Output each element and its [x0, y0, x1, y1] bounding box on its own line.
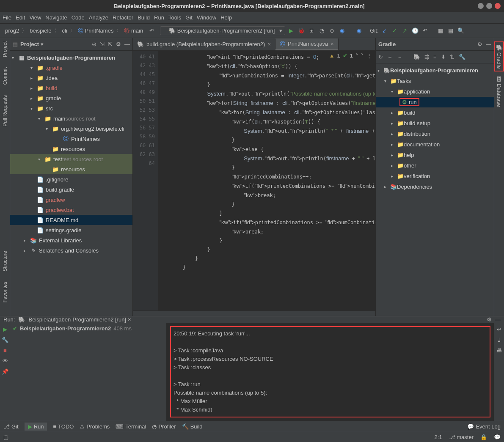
- down-icon[interactable]: ˅: [361, 52, 364, 59]
- menu-help[interactable]: Help: [220, 14, 232, 21]
- gradle-Dependencies[interactable]: ▸📚 Dependencies: [376, 181, 494, 192]
- gradle-documentation[interactable]: ▸📁 documentation: [376, 139, 494, 150]
- run-tree[interactable]: ✔ Beispielaufgaben-Programmieren2 408 ms: [10, 323, 167, 421]
- run-output[interactable]: 20:50:19: Executing task 'run'... > Task…: [167, 323, 494, 421]
- tree-item--gradle[interactable]: ▾📁.gradle: [10, 63, 132, 73]
- hide-icon[interactable]: —: [124, 41, 130, 47]
- gradle-add-icon[interactable]: ＋: [387, 53, 393, 61]
- crumb-main[interactable]: ⓜ main: [121, 27, 146, 35]
- search-everywhere-icon[interactable]: 🔍: [457, 27, 465, 35]
- menu-navigate[interactable]: Navigate: [45, 14, 67, 21]
- menu-code[interactable]: Code: [72, 14, 85, 21]
- gradle-settings-icon[interactable]: ⚙: [477, 41, 482, 47]
- tree-item-resources[interactable]: 📁resources: [10, 164, 132, 174]
- git-commit-icon[interactable]: ✓: [391, 27, 399, 35]
- profile-icon[interactable]: ◔: [317, 27, 326, 35]
- gradle-application[interactable]: ▾📁 application: [376, 86, 494, 97]
- gradle-hide-icon[interactable]: —: [486, 41, 491, 47]
- minimize-button[interactable]: [478, 3, 484, 9]
- run-config-dropdown[interactable]: 🐘 Beispielaufgaben-Programmieren2 [run]: [160, 26, 285, 35]
- tree-item-gradlew-bat[interactable]: 📄gradlew.bat: [10, 205, 132, 215]
- tab-run[interactable]: ▶Run: [25, 423, 47, 431]
- tree-item--gitignore[interactable]: 📄.gitignore: [10, 174, 132, 184]
- crumb-beispiele[interactable]: beispiele: [27, 27, 54, 35]
- event-log[interactable]: 💬Event Log: [467, 423, 501, 430]
- tree-item-build-gradle[interactable]: 📄build.gradle: [10, 184, 132, 195]
- menu-file[interactable]: File: [3, 14, 11, 21]
- more-icon[interactable]: ⋮: [366, 52, 372, 59]
- tab-database[interactable]: 🗄 Database: [495, 75, 503, 109]
- gradle--b-Beispielaufgaben-Programmieren-b-[interactable]: ▾🐘 Beispielaufgaben-Programmieren: [376, 65, 494, 76]
- tree-item-test[interactable]: ▾📁test test sources root: [10, 154, 132, 164]
- menu-edit[interactable]: Edit: [16, 14, 25, 21]
- filter-icon[interactable]: 👁: [3, 358, 8, 364]
- menu-view[interactable]: View: [29, 14, 41, 21]
- menu-git[interactable]: Git: [185, 14, 193, 21]
- tree-item-README-md[interactable]: 📄README.md: [10, 215, 132, 225]
- gradle-task-run[interactable]: ⚙ run: [376, 97, 494, 107]
- project-tree[interactable]: ▾▦Beispielaufgaben-Programmieren▾📁.gradl…: [10, 51, 132, 316]
- gradle-distribution[interactable]: ▸📁 distribution: [376, 129, 494, 139]
- tree-item-resources[interactable]: 📁resources: [10, 144, 132, 154]
- status-icon[interactable]: ▢: [3, 434, 8, 440]
- gradle-build-setup[interactable]: ▸📁 build setup: [376, 118, 494, 129]
- run-hide-icon[interactable]: —: [495, 316, 501, 323]
- tab-gradle[interactable]: 🐘 Gradle: [494, 41, 504, 71]
- run-icon[interactable]: ▶: [287, 27, 295, 35]
- menu-refactor[interactable]: Refactor: [113, 14, 133, 21]
- menu-build[interactable]: Build: [138, 14, 150, 21]
- tree-item-main[interactable]: ▾📁main sources root: [10, 113, 132, 124]
- menu-tools[interactable]: Tools: [168, 14, 181, 21]
- debug-icon[interactable]: 🐞: [297, 27, 306, 35]
- locate-icon[interactable]: ⊕: [92, 41, 96, 47]
- toolbox-icon[interactable]: ▦: [436, 27, 445, 35]
- tree-item-src[interactable]: ▾📁src: [10, 103, 132, 113]
- tab-profiler[interactable]: ◔Profiler: [152, 423, 176, 430]
- tab-problems[interactable]: ⚠Problems: [80, 423, 110, 430]
- codewithme-icon[interactable]: ◉: [355, 27, 363, 35]
- close-button[interactable]: [495, 3, 501, 9]
- nav-back-icon[interactable]: ↶: [147, 27, 156, 35]
- tree-item-Scratches-and-Consoles[interactable]: ▸✎Scratches and Consoles: [10, 245, 132, 255]
- git-push-icon[interactable]: ↗: [401, 27, 409, 35]
- tab-git[interactable]: ⎇Git: [3, 423, 19, 430]
- caret-position[interactable]: 2:1: [435, 434, 442, 440]
- attach-icon[interactable]: ⊙: [328, 27, 336, 35]
- tree-item-gradlew[interactable]: 📄gradlew: [10, 195, 132, 205]
- code-editor[interactable]: "kw">int "fld">printedCombinations = 0; …: [158, 51, 375, 310]
- menu-analyze[interactable]: Analyze: [89, 14, 108, 21]
- run-wrench-icon[interactable]: 🔧: [2, 337, 8, 343]
- crumb-PrintNames[interactable]: ⓒ PrintNames: [75, 27, 116, 35]
- editor-tab[interactable]: Ⓒ PrintNames.java ×: [275, 38, 339, 50]
- gradle-Tasks[interactable]: ▾📁 Tasks: [376, 76, 494, 86]
- settings-icon[interactable]: ⚙: [116, 41, 121, 47]
- editor-tab[interactable]: 🐘 build.gradle (Beispielaufgaben-Program…: [133, 39, 275, 49]
- tab-favorites[interactable]: Favorites: [2, 282, 8, 302]
- maximize-button[interactable]: [486, 3, 492, 9]
- gradle-deps-icon[interactable]: ⬇: [441, 54, 446, 60]
- gradle-remove-icon[interactable]: －: [397, 53, 402, 61]
- gradle-help[interactable]: ▸📁 help: [376, 150, 494, 160]
- gradle-tasks-icon[interactable]: ≡: [433, 54, 437, 60]
- tree-item-PrintNames[interactable]: ⒸPrintNames: [10, 134, 132, 144]
- gradle-tasklist-icon[interactable]: ⇶: [424, 54, 429, 60]
- tab-todo[interactable]: ≡TODO: [53, 423, 74, 430]
- tree-item-org-htw-prog2-beispiele-cli[interactable]: ▾📁org.htw.prog2.beispiele.cli: [10, 124, 132, 134]
- rerun-icon[interactable]: ▶: [3, 326, 7, 332]
- run-tab-close-icon[interactable]: ×: [128, 316, 131, 323]
- gradle-wrench-icon[interactable]: 🔧: [459, 54, 465, 60]
- editor-scrollbar-h[interactable]: [133, 311, 375, 316]
- git-revert-icon[interactable]: ↶: [421, 27, 430, 35]
- tab-commit[interactable]: Commit: [2, 67, 8, 85]
- notif-icon[interactable]: 💬: [494, 434, 501, 440]
- tab-project[interactable]: Project: [2, 41, 8, 57]
- stop-run-icon[interactable]: ■: [3, 347, 7, 354]
- print-icon[interactable]: 🖶: [496, 347, 502, 354]
- tab-terminal[interactable]: ⌨Terminal: [116, 423, 146, 430]
- soft-wrap-icon[interactable]: ↩: [497, 326, 501, 332]
- menu-window[interactable]: Window: [197, 14, 216, 21]
- gradle-exec-icon[interactable]: 🐘: [413, 54, 420, 60]
- up-icon[interactable]: ˄: [355, 52, 358, 59]
- gradle-tree[interactable]: ▾🐘 Beispielaufgaben-Programmieren▾📁 Task…: [376, 63, 494, 316]
- gradle-verification[interactable]: ▸📁 verification: [376, 171, 494, 181]
